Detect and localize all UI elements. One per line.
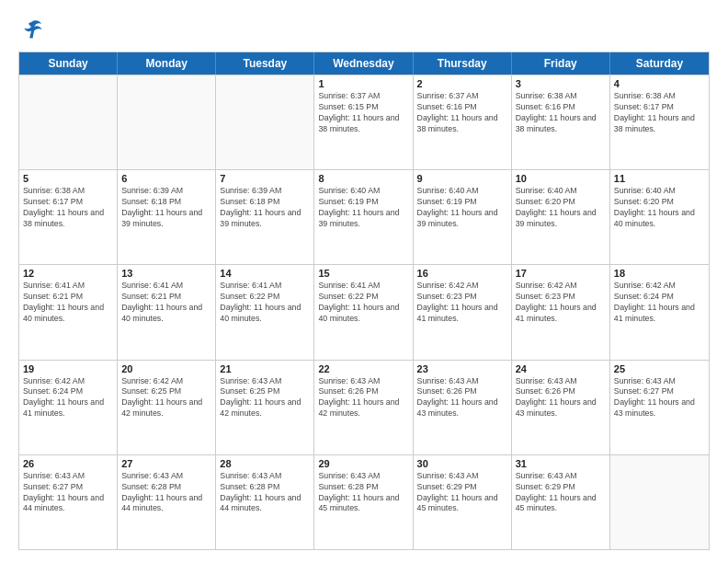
calendar-week-row: 19Sunrise: 6:42 AM Sunset: 6:24 PM Dayli… <box>19 360 709 454</box>
calendar-cell <box>118 75 216 169</box>
day-number: 12 <box>23 268 113 279</box>
calendar-header-day: Monday <box>118 52 216 75</box>
day-info: Sunrise: 6:40 AM Sunset: 6:19 PM Dayligh… <box>318 186 408 230</box>
day-info: Sunrise: 6:42 AM Sunset: 6:23 PM Dayligh… <box>417 281 507 325</box>
calendar-cell: 20Sunrise: 6:42 AM Sunset: 6:25 PM Dayli… <box>118 361 216 454</box>
day-number: 24 <box>516 363 606 374</box>
day-info: Sunrise: 6:43 AM Sunset: 6:26 PM Dayligh… <box>417 376 507 420</box>
day-info: Sunrise: 6:43 AM Sunset: 6:26 PM Dayligh… <box>516 376 606 420</box>
calendar-header-day: Friday <box>512 52 610 75</box>
day-number: 6 <box>121 173 211 184</box>
day-info: Sunrise: 6:42 AM Sunset: 6:25 PM Dayligh… <box>121 376 211 420</box>
calendar-body: 1Sunrise: 6:37 AM Sunset: 6:15 PM Daylig… <box>19 75 709 549</box>
day-info: Sunrise: 6:42 AM Sunset: 6:24 PM Dayligh… <box>614 281 705 325</box>
calendar-cell <box>19 75 118 169</box>
page: SundayMondayTuesdayWednesdayThursdayFrid… <box>0 0 728 563</box>
day-number: 19 <box>23 363 113 374</box>
calendar-cell: 10Sunrise: 6:40 AM Sunset: 6:20 PM Dayli… <box>512 170 610 264</box>
day-info: Sunrise: 6:43 AM Sunset: 6:28 PM Dayligh… <box>318 471 408 515</box>
day-number: 22 <box>318 363 408 374</box>
day-number: 29 <box>318 458 408 469</box>
day-number: 14 <box>220 268 310 279</box>
day-number: 1 <box>318 78 408 89</box>
calendar-week-row: 1Sunrise: 6:37 AM Sunset: 6:15 PM Daylig… <box>19 75 709 169</box>
calendar-cell: 15Sunrise: 6:41 AM Sunset: 6:22 PM Dayli… <box>314 265 413 359</box>
calendar-cell: 5Sunrise: 6:38 AM Sunset: 6:17 PM Daylig… <box>19 170 118 264</box>
calendar-week-row: 26Sunrise: 6:43 AM Sunset: 6:27 PM Dayli… <box>19 454 709 549</box>
calendar-cell: 19Sunrise: 6:42 AM Sunset: 6:24 PM Dayli… <box>19 361 118 454</box>
calendar-cell: 8Sunrise: 6:40 AM Sunset: 6:19 PM Daylig… <box>314 170 413 264</box>
day-info: Sunrise: 6:43 AM Sunset: 6:28 PM Dayligh… <box>220 471 310 515</box>
calendar-cell: 4Sunrise: 6:38 AM Sunset: 6:17 PM Daylig… <box>610 75 709 169</box>
calendar-cell: 12Sunrise: 6:41 AM Sunset: 6:21 PM Dayli… <box>19 265 118 359</box>
day-number: 28 <box>220 458 310 469</box>
day-info: Sunrise: 6:41 AM Sunset: 6:22 PM Dayligh… <box>318 281 408 325</box>
day-info: Sunrise: 6:42 AM Sunset: 6:24 PM Dayligh… <box>23 376 113 420</box>
day-number: 18 <box>614 268 705 279</box>
day-number: 21 <box>220 363 310 374</box>
calendar-cell: 13Sunrise: 6:41 AM Sunset: 6:21 PM Dayli… <box>118 265 216 359</box>
day-number: 27 <box>121 458 211 469</box>
day-info: Sunrise: 6:38 AM Sunset: 6:17 PM Dayligh… <box>614 91 705 135</box>
day-info: Sunrise: 6:40 AM Sunset: 6:20 PM Dayligh… <box>614 186 705 230</box>
day-number: 13 <box>121 268 211 279</box>
calendar-week-row: 12Sunrise: 6:41 AM Sunset: 6:21 PM Dayli… <box>19 264 709 359</box>
logo-bird-icon <box>18 17 44 42</box>
calendar-cell: 24Sunrise: 6:43 AM Sunset: 6:26 PM Dayli… <box>512 361 610 454</box>
header <box>18 17 710 42</box>
day-number: 31 <box>516 458 606 469</box>
day-info: Sunrise: 6:43 AM Sunset: 6:26 PM Dayligh… <box>318 376 408 420</box>
day-number: 8 <box>318 173 408 184</box>
day-info: Sunrise: 6:37 AM Sunset: 6:15 PM Dayligh… <box>318 91 408 135</box>
day-number: 16 <box>417 268 507 279</box>
day-number: 25 <box>614 363 705 374</box>
calendar-header-day: Tuesday <box>216 52 314 75</box>
calendar-cell: 29Sunrise: 6:43 AM Sunset: 6:28 PM Dayli… <box>314 455 413 549</box>
day-info: Sunrise: 6:40 AM Sunset: 6:20 PM Dayligh… <box>516 186 606 230</box>
calendar-cell: 18Sunrise: 6:42 AM Sunset: 6:24 PM Dayli… <box>610 265 709 359</box>
day-number: 17 <box>516 268 606 279</box>
calendar-header-day: Sunday <box>19 52 118 75</box>
calendar-cell: 14Sunrise: 6:41 AM Sunset: 6:22 PM Dayli… <box>216 265 314 359</box>
calendar-cell: 11Sunrise: 6:40 AM Sunset: 6:20 PM Dayli… <box>610 170 709 264</box>
day-info: Sunrise: 6:39 AM Sunset: 6:18 PM Dayligh… <box>121 186 211 230</box>
calendar-cell: 9Sunrise: 6:40 AM Sunset: 6:19 PM Daylig… <box>414 170 512 264</box>
day-number: 11 <box>614 173 705 184</box>
logo <box>18 17 48 42</box>
calendar-cell: 31Sunrise: 6:43 AM Sunset: 6:29 PM Dayli… <box>512 455 610 549</box>
day-info: Sunrise: 6:38 AM Sunset: 6:17 PM Dayligh… <box>23 186 113 230</box>
day-number: 10 <box>516 173 606 184</box>
day-info: Sunrise: 6:37 AM Sunset: 6:16 PM Dayligh… <box>417 91 507 135</box>
calendar-cell: 3Sunrise: 6:38 AM Sunset: 6:16 PM Daylig… <box>512 75 610 169</box>
calendar: SundayMondayTuesdayWednesdayThursdayFrid… <box>18 52 710 550</box>
day-info: Sunrise: 6:43 AM Sunset: 6:28 PM Dayligh… <box>121 471 211 515</box>
day-number: 20 <box>121 363 211 374</box>
calendar-cell: 22Sunrise: 6:43 AM Sunset: 6:26 PM Dayli… <box>314 361 413 454</box>
day-info: Sunrise: 6:43 AM Sunset: 6:29 PM Dayligh… <box>516 471 606 515</box>
calendar-cell: 2Sunrise: 6:37 AM Sunset: 6:16 PM Daylig… <box>414 75 512 169</box>
calendar-cell: 6Sunrise: 6:39 AM Sunset: 6:18 PM Daylig… <box>118 170 216 264</box>
day-info: Sunrise: 6:39 AM Sunset: 6:18 PM Dayligh… <box>220 186 310 230</box>
calendar-cell <box>610 455 709 549</box>
calendar-cell: 17Sunrise: 6:42 AM Sunset: 6:23 PM Dayli… <box>512 265 610 359</box>
day-info: Sunrise: 6:42 AM Sunset: 6:23 PM Dayligh… <box>516 281 606 325</box>
calendar-cell: 25Sunrise: 6:43 AM Sunset: 6:27 PM Dayli… <box>610 361 709 454</box>
calendar-header-day: Wednesday <box>314 52 413 75</box>
day-number: 15 <box>318 268 408 279</box>
day-info: Sunrise: 6:40 AM Sunset: 6:19 PM Dayligh… <box>417 186 507 230</box>
calendar-cell: 23Sunrise: 6:43 AM Sunset: 6:26 PM Dayli… <box>414 361 512 454</box>
day-info: Sunrise: 6:43 AM Sunset: 6:27 PM Dayligh… <box>614 376 705 420</box>
day-number: 30 <box>417 458 507 469</box>
calendar-cell: 21Sunrise: 6:43 AM Sunset: 6:25 PM Dayli… <box>216 361 314 454</box>
day-info: Sunrise: 6:43 AM Sunset: 6:29 PM Dayligh… <box>417 471 507 515</box>
calendar-cell <box>216 75 314 169</box>
day-info: Sunrise: 6:41 AM Sunset: 6:21 PM Dayligh… <box>23 281 113 325</box>
calendar-cell: 7Sunrise: 6:39 AM Sunset: 6:18 PM Daylig… <box>216 170 314 264</box>
day-info: Sunrise: 6:38 AM Sunset: 6:16 PM Dayligh… <box>516 91 606 135</box>
day-info: Sunrise: 6:43 AM Sunset: 6:27 PM Dayligh… <box>23 471 113 515</box>
day-info: Sunrise: 6:41 AM Sunset: 6:21 PM Dayligh… <box>121 281 211 325</box>
calendar-cell: 1Sunrise: 6:37 AM Sunset: 6:15 PM Daylig… <box>314 75 413 169</box>
calendar-cell: 27Sunrise: 6:43 AM Sunset: 6:28 PM Dayli… <box>118 455 216 549</box>
calendar-week-row: 5Sunrise: 6:38 AM Sunset: 6:17 PM Daylig… <box>19 169 709 264</box>
day-number: 23 <box>417 363 507 374</box>
